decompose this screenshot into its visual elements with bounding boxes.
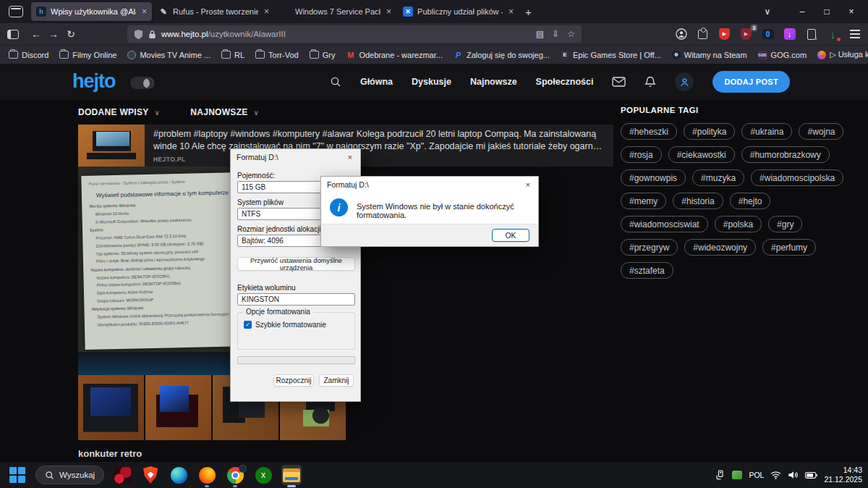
ok-button[interactable]: OK: [492, 229, 529, 242]
nav-glowna[interactable]: Główna: [360, 77, 393, 87]
tag-pill[interactable]: #hejto: [730, 193, 771, 209]
taskbar-app-explorer-icon[interactable]: [281, 465, 302, 485]
wifi-icon[interactable]: [770, 471, 781, 479]
tracking-protection-shield-icon[interactable]: [134, 29, 143, 40]
filter-added-posts[interactable]: DODANE WPISY∨: [78, 107, 160, 117]
next-post-title[interactable]: konkuter retro: [78, 448, 142, 459]
bookmark-item[interactable]: Discord: [9, 51, 48, 59]
new-tab-button[interactable]: +: [525, 6, 532, 18]
search-icon[interactable]: [330, 76, 341, 88]
format-dialog-titlebar[interactable]: Formatuj D:\ ×: [231, 149, 360, 164]
tab-close-icon[interactable]: ×: [385, 7, 391, 17]
privacy-extension-icon[interactable]: 0: [762, 28, 774, 41]
nav-dyskusje[interactable]: Dyskusje: [412, 77, 451, 87]
tag-pill[interactable]: #perfumy: [762, 239, 816, 256]
bookmark-item[interactable]: Witamy na Steam: [672, 51, 747, 59]
forward-icon[interactable]: →: [45, 28, 62, 40]
gallery-thumbnail[interactable]: [145, 375, 211, 440]
close-icon[interactable]: ×: [524, 180, 532, 189]
address-bar[interactable]: www.hejto.pl/uzytkownik/AlawarIII ▤ ⇩ ☆: [127, 25, 582, 43]
taskbar-app-dragon-icon[interactable]: [112, 465, 132, 485]
adblock-play-icon[interactable]: ▶: [718, 28, 731, 41]
bookmark-item[interactable]: RL: [221, 51, 244, 59]
volume-icon[interactable]: [788, 471, 799, 479]
downloader-extension-icon[interactable]: ↓: [783, 28, 796, 41]
save-to-pocket-icon[interactable]: ⇩: [552, 29, 559, 39]
post-thumbnail-image[interactable]: [78, 125, 145, 167]
maximize-button[interactable]: □: [814, 7, 839, 17]
tab-close-icon[interactable]: ×: [140, 7, 147, 17]
tag-pill[interactable]: #wojna: [799, 123, 843, 140]
bookmark-item[interactable]: Torr-Vod: [255, 51, 299, 59]
tab-hejto[interactable]: h Wpisy użytkownika @AlawarIII - ×: [31, 2, 152, 21]
post-text[interactable]: #problem #laptopy #windows #komputery #a…: [153, 128, 605, 153]
tag-pill[interactable]: #gownowpis: [621, 169, 686, 186]
bookmark-item[interactable]: GOG GOG.com: [758, 51, 807, 59]
tag-pill[interactable]: #historia: [673, 193, 723, 209]
nav-najnowsze[interactable]: Najnowsze: [470, 77, 517, 87]
tag-pill[interactable]: #humorobrazkowy: [741, 146, 830, 163]
shield-extension-icon[interactable]: ▶3: [740, 28, 752, 41]
quick-format-option[interactable]: ✓ Szybkie formatowanie: [244, 321, 326, 329]
tag-pill[interactable]: #wideozwojny: [684, 239, 756, 256]
reload-icon[interactable]: ↻: [62, 28, 80, 40]
extensions-puzzle-icon[interactable]: [697, 28, 709, 41]
gallery-thumbnail[interactable]: [78, 375, 144, 440]
tab-nextcloud[interactable]: ✕ Publiczny udział plików - Nextcl ×: [398, 2, 519, 21]
account-icon[interactable]: [675, 28, 687, 41]
taskbar-clock[interactable]: 14:43 21.12.2025: [824, 466, 862, 484]
close-button[interactable]: Zamknij: [319, 374, 354, 387]
taskbar-app-edge-icon[interactable]: [169, 465, 189, 485]
firefox-view-icon[interactable]: [9, 6, 23, 17]
filter-newest[interactable]: NAJNOWSZE∨: [190, 107, 259, 117]
bookmark-item[interactable]: Movies TV Anime ...: [127, 51, 210, 59]
error-dialog-titlebar[interactable]: Formatuj D:\ ×: [321, 177, 538, 191]
download-manager-icon[interactable]: ↓: [827, 28, 839, 41]
tab-close-icon[interactable]: ×: [263, 7, 269, 17]
checkbox-checked-icon[interactable]: ✓: [244, 321, 252, 329]
bookmark-item[interactable]: ▷ Usługa krótkich adr...: [817, 50, 868, 59]
tag-pill[interactable]: #polityka: [684, 123, 735, 140]
gpu-tray-icon[interactable]: [732, 471, 742, 479]
notifications-bell-icon[interactable]: [644, 76, 656, 88]
tag-pill[interactable]: #polska: [715, 216, 762, 232]
bookmark-item[interactable]: E Epic Games Store | Off...: [561, 51, 661, 59]
usb-eject-icon[interactable]: [715, 470, 726, 480]
taskbar-search[interactable]: Wyszukaj: [35, 466, 104, 484]
bookmark-item[interactable]: P Zaloguj się do swojeg...: [454, 51, 550, 59]
tag-pill[interactable]: #sztafeta: [621, 262, 673, 279]
tag-pill[interactable]: #przegryw: [621, 239, 678, 256]
tag-pill[interactable]: #ukraina: [741, 123, 792, 140]
taskbar-app-chrome-icon[interactable]: [225, 465, 245, 485]
close-window-button[interactable]: ×: [839, 7, 864, 17]
add-post-button[interactable]: DODAJ POST: [712, 71, 790, 93]
taskbar-app-brave-icon[interactable]: [140, 465, 161, 485]
language-indicator[interactable]: POL: [749, 471, 764, 479]
close-icon[interactable]: ×: [346, 153, 354, 161]
back-icon[interactable]: ←: [27, 28, 45, 40]
sidebar-toggle-icon[interactable]: [7, 30, 19, 39]
bookmark-item[interactable]: Filmy Online: [59, 51, 116, 59]
tab-windows7[interactable]: Windows 7 Service Pack 1 RTM ×: [276, 2, 396, 21]
restore-defaults-button[interactable]: Przywróć ustawienia domyślne urządzenia: [237, 257, 355, 271]
tab-list-icon[interactable]: ∨: [755, 7, 780, 17]
tab-close-icon[interactable]: ×: [507, 7, 514, 17]
bookmark-item[interactable]: Gry: [310, 51, 336, 59]
menu-icon[interactable]: [848, 28, 861, 41]
tab-rufus[interactable]: ✎ Rufus - Proste tworzenie rozruc ×: [153, 2, 274, 21]
start-button[interactable]: Rozpocznij: [273, 374, 314, 387]
tag-pill[interactable]: #wiadomosciswiat: [621, 216, 708, 232]
tag-pill[interactable]: #wiadomoscipolska: [751, 169, 843, 186]
user-avatar[interactable]: [675, 72, 694, 91]
battery-icon[interactable]: [805, 471, 817, 479]
start-button[interactable]: [7, 465, 27, 485]
save-page-icon[interactable]: ↓: [805, 28, 817, 41]
bookmark-item[interactable]: M Odebrane - warezmar...: [346, 51, 443, 59]
messages-icon[interactable]: [612, 77, 626, 87]
tag-pill[interactable]: #rosja: [621, 146, 662, 163]
hejto-logo[interactable]: hejto: [72, 70, 116, 93]
nav-spolecznosci[interactable]: Społeczności: [536, 77, 594, 87]
bookmark-star-icon[interactable]: ☆: [567, 29, 575, 39]
tag-pill[interactable]: #heheszki: [621, 123, 677, 140]
minimize-button[interactable]: –: [790, 7, 814, 17]
